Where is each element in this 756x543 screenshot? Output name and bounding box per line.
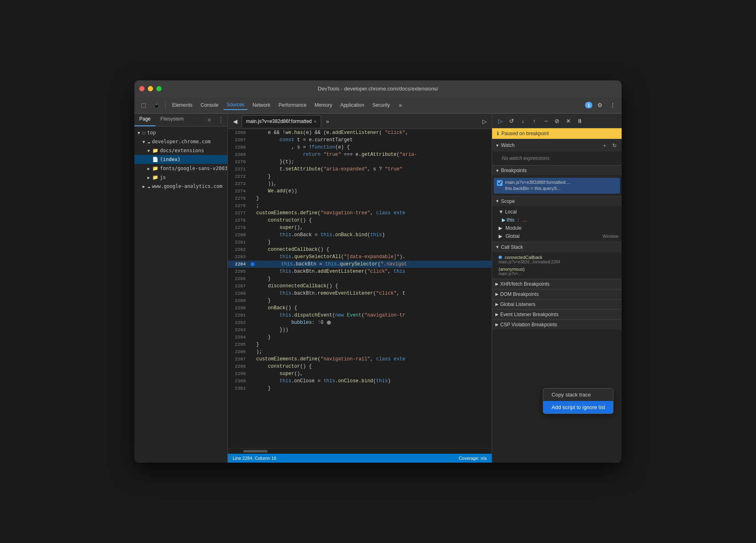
tree-item-fonts[interactable]: ▶ 📁 fonts/google-sans-v2003: [134, 164, 227, 173]
expand-arrow: ▼: [143, 140, 147, 144]
dom-section-header[interactable]: ▶ DOM Breakpoints: [492, 289, 622, 299]
cursor-position: Line 2284, Column 16: [233, 456, 276, 461]
toolbar-separator: [165, 101, 166, 109]
tab-application[interactable]: Application: [337, 101, 367, 110]
scope-local-header[interactable]: ▼ Local: [492, 208, 622, 216]
csp-arrow: ▶: [495, 322, 499, 327]
callstack-item-anonymous[interactable]: (anonymous) main.js?v=...: [492, 265, 622, 277]
inspect-element-button[interactable]: ⬚: [138, 99, 149, 111]
watch-arrow: ▼: [495, 143, 499, 148]
code-line-2282: 2282 connectedCallback() {: [228, 246, 492, 253]
breakpoint-item[interactable]: main.js?v=e382d86f:formatted:... this.ba…: [494, 178, 620, 194]
scope-arrow: ▼: [495, 199, 499, 203]
filesystem-tab[interactable]: Filesystem: [156, 114, 188, 126]
three-panel-layout: Page Filesystem » ⋮ ▼ ☐ top ▼ ☁ de: [134, 114, 622, 463]
code-line-2276: 2276 ;: [228, 202, 492, 209]
tree-item-analytics[interactable]: ▶ ☁ www.google-analytics.com: [134, 182, 227, 191]
info-icon: ℹ: [497, 131, 499, 136]
page-tab[interactable]: Page: [134, 114, 156, 126]
code-editor[interactable]: 2260 e && !we.has(e) && (e.addEventListe…: [228, 129, 492, 448]
callstack-section-header[interactable]: ▼ Call Stack: [492, 242, 622, 252]
tab-security[interactable]: Security: [369, 101, 393, 110]
tab-network[interactable]: Network: [249, 101, 274, 110]
xhr-arrow: ▶: [495, 282, 499, 286]
csp-section-header[interactable]: ▶ CSP Violation Breakpoints: [492, 319, 622, 330]
step-over-button[interactable]: ↺: [507, 116, 516, 126]
code-line-2277: 2277 customElements.define("navigation-t…: [228, 209, 492, 217]
play-button[interactable]: ▷: [479, 116, 490, 127]
tree-label: (index): [160, 157, 181, 162]
code-line-2296: 2296 );: [228, 348, 492, 356]
code-line-2301: 2301 }: [228, 385, 492, 392]
minimize-button[interactable]: [148, 86, 153, 91]
step-button[interactable]: →: [541, 116, 551, 126]
step-into-button[interactable]: ↓: [518, 116, 528, 126]
tree-item-chrome[interactable]: ▼ ☁ developer.chrome.com: [134, 137, 227, 146]
context-menu: Copy stack trace Add script to ignore li…: [543, 388, 613, 414]
global-listeners-section-header[interactable]: ▶ Global Listeners: [492, 299, 622, 309]
close-tab-button[interactable]: ✕: [313, 119, 317, 124]
devtools-body: Page Filesystem » ⋮ ▼ ☐ top ▼ ☁ de: [134, 114, 622, 463]
dont-pause-exceptions-button[interactable]: ✕: [564, 116, 573, 126]
scope-section-header[interactable]: ▼ Scope: [492, 196, 622, 206]
add-to-ignore-list-menuitem[interactable]: Add script to ignore list: [543, 401, 613, 414]
tab-elements[interactable]: Elements: [169, 101, 196, 110]
tab-performance[interactable]: Performance: [275, 101, 310, 110]
left-more-button[interactable]: »: [204, 114, 214, 126]
tree-item-index[interactable]: 📄 (index): [134, 155, 227, 164]
pause-on-exceptions-button[interactable]: ⏸: [575, 116, 585, 126]
xhr-section-header[interactable]: ▶ XHR/fetch Breakpoints: [492, 279, 622, 289]
code-line-2272: 2272 }: [228, 173, 492, 180]
scope-module-header[interactable]: ▶ Module: [492, 224, 622, 232]
settings-button[interactable]: ⚙: [594, 99, 605, 111]
status-bar: Line 2284, Column 16 Coverage: n/a: [228, 454, 492, 463]
breakpoint-checkbox[interactable]: [497, 180, 503, 186]
callstack-label: Call Stack: [501, 244, 523, 250]
scope-label: Scope: [501, 198, 515, 204]
horizontal-scrollbar[interactable]: [228, 448, 492, 454]
callstack-item-connected[interactable]: connectedCallback main.js?v=e382d...form…: [492, 254, 622, 265]
expand-icon: ▶: [499, 225, 502, 231]
code-line-2291: 2291 this.dispatchEvent(new Event("navig…: [228, 312, 492, 319]
scope-this-item[interactable]: ▶ this : …: [492, 216, 622, 224]
tree-item-docs[interactable]: ▼ 📁 docs/extensions: [134, 146, 227, 155]
close-button[interactable]: [139, 86, 145, 91]
callstack-arrow: ▼: [495, 245, 499, 249]
code-line-2287: 2287 disconnectedCallback() {: [228, 282, 492, 290]
step-out-button[interactable]: ↑: [529, 116, 539, 126]
notification-badge[interactable]: 1: [585, 102, 592, 108]
more-tabs-button[interactable]: »: [395, 99, 406, 111]
bp-filename: main.js?v=e382d86f:formatted:...: [505, 179, 570, 185]
tab-console[interactable]: Console: [197, 101, 222, 110]
copy-stack-trace-menuitem[interactable]: Copy stack trace: [543, 388, 613, 401]
more-options-button[interactable]: ⋮: [607, 99, 618, 111]
refresh-watch-button[interactable]: ↻: [610, 141, 618, 149]
tree-item-top[interactable]: ▼ ☐ top: [134, 128, 227, 137]
code-line-2290: 2290 onBack() {: [228, 304, 492, 312]
more-tabs-button[interactable]: »: [322, 116, 333, 127]
code-line-2274: 2274 We.add(e)): [228, 187, 492, 195]
deactivate-breakpoints-button[interactable]: ⊘: [552, 116, 562, 126]
global-listeners-label: Global Listeners: [500, 302, 536, 307]
maximize-button[interactable]: [156, 86, 162, 91]
expand-arrow: ▶: [147, 166, 152, 171]
main-js-tab[interactable]: main.js?v=e382d86f:formatted ✕: [242, 115, 321, 127]
window-title: DevTools - developer.chrome.com/docs/ext…: [318, 86, 438, 92]
breakpoint-indicator: [251, 262, 255, 266]
add-watch-button[interactable]: +: [600, 141, 609, 149]
scope-global-header[interactable]: ▶ Global Window: [492, 232, 622, 240]
file-tree: ▼ ☐ top ▼ ☁ developer.chrome.com ▼: [134, 127, 227, 463]
device-toggle-button[interactable]: 📱: [151, 99, 162, 111]
tab-sources[interactable]: Sources: [223, 100, 248, 110]
code-line-2286: 2286 }: [228, 275, 492, 282]
tree-label: fonts/google-sans-v2003: [160, 166, 227, 171]
collapse-left-button[interactable]: ◀: [229, 116, 241, 127]
breakpoints-section-header[interactable]: ▼ Breakpoints: [492, 165, 622, 175]
resume-button[interactable]: ▷: [495, 116, 505, 126]
tree-item-js[interactable]: ▶ 📁 js: [134, 173, 227, 182]
watch-section-header[interactable]: ▼ Watch + ↻: [492, 139, 622, 151]
left-options-button[interactable]: ⋮: [214, 114, 227, 126]
code-line-2268: 2268 , s = !function(e) {: [228, 144, 492, 151]
tab-memory[interactable]: Memory: [311, 101, 335, 110]
event-listener-section-header[interactable]: ▶ Event Listener Breakpoints: [492, 309, 622, 319]
